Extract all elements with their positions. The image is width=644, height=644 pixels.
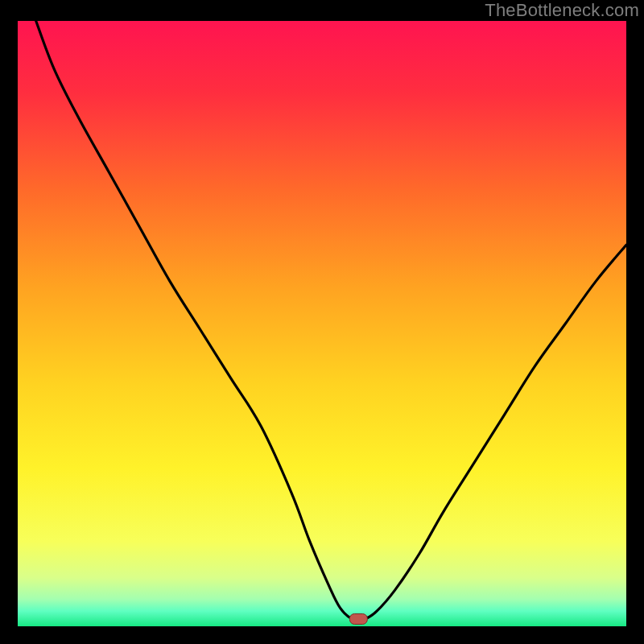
gradient-background	[18, 21, 626, 626]
bottleneck-chart	[18, 21, 626, 626]
optimal-marker	[349, 613, 367, 624]
watermark-text: TheBottleneck.com	[485, 0, 639, 21]
chart-frame: TheBottleneck.com	[0, 0, 644, 644]
